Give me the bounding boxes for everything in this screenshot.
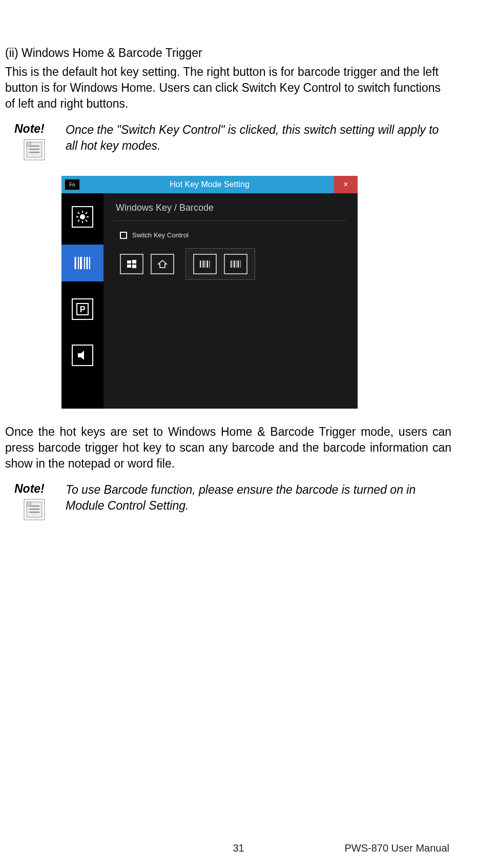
svg-point-6 (80, 214, 85, 219)
content-panel: Windows Key / Barcode Switch Key Control (103, 193, 358, 409)
svg-rect-46 (27, 502, 31, 506)
barcode-icon (70, 250, 95, 276)
svg-rect-25 (132, 260, 136, 264)
sidebar-item-volume[interactable] (61, 337, 103, 374)
sidebar-item-parking[interactable]: P (61, 291, 103, 328)
key-group-right (185, 248, 255, 280)
key-barcode-2[interactable] (224, 254, 247, 274)
note-text: To use Barcode function, please ensure t… (66, 482, 451, 520)
svg-rect-26 (127, 265, 131, 268)
parking-icon: P (72, 298, 93, 320)
section-heading: (ii) Windows Home & Barcode Trigger (5, 46, 451, 60)
svg-line-14 (86, 212, 87, 214)
note-block-1: Note! Once the "Switch Key Control" is c… (14, 122, 451, 160)
svg-line-11 (78, 212, 79, 214)
home-icon (157, 259, 168, 269)
titlebar: Fn Hot Key Mode Setting × (61, 176, 358, 193)
sidebar-item-brightness[interactable] (61, 198, 103, 235)
key-assignment-row (120, 248, 347, 280)
close-button[interactable]: × (334, 176, 358, 193)
svg-text:P: P (80, 305, 86, 314)
svg-rect-27 (132, 265, 136, 268)
windows-icon (127, 259, 137, 269)
svg-line-13 (78, 220, 79, 221)
key-barcode-1[interactable] (193, 254, 217, 274)
note-text: Once the "Switch Key Control" is clicked… (66, 122, 451, 160)
window-title: Hot Key Mode Setting (61, 180, 358, 189)
key-windows[interactable] (120, 254, 143, 274)
key-group-left (120, 249, 174, 279)
sidebar: P (61, 193, 103, 409)
volume-icon (72, 345, 93, 366)
switch-key-label: Switch Key Control (132, 231, 189, 239)
note-label: Note! (14, 122, 45, 136)
svg-line-12 (86, 220, 87, 221)
document-title: PWS-870 User Manual (344, 842, 449, 854)
app-screenshot: Fn Hot Key Mode Setting × (61, 176, 451, 409)
barcode-small-icon (199, 259, 211, 269)
switch-key-checkbox[interactable] (120, 232, 127, 239)
intro-paragraph: This is the default hot key setting. The… (5, 64, 451, 112)
outro-paragraph: Once the hot keys are set to Windows Hom… (5, 424, 451, 472)
switch-key-control-row[interactable]: Switch Key Control (120, 231, 347, 239)
svg-marker-28 (158, 260, 167, 268)
svg-marker-23 (78, 351, 84, 360)
note-document-icon (24, 499, 45, 520)
key-home[interactable] (151, 254, 174, 274)
note-block-2: Note! To use Barcode function, please en… (14, 482, 451, 520)
note-document-icon (24, 139, 45, 160)
content-header: Windows Key / Barcode (114, 198, 347, 221)
barcode-small-icon (230, 259, 242, 269)
note-label: Note! (14, 482, 45, 496)
svg-rect-5 (27, 142, 31, 146)
sidebar-item-barcode[interactable] (61, 245, 103, 281)
fn-badge-icon: Fn (65, 179, 80, 190)
brightness-icon (72, 206, 93, 228)
svg-rect-24 (127, 260, 131, 264)
